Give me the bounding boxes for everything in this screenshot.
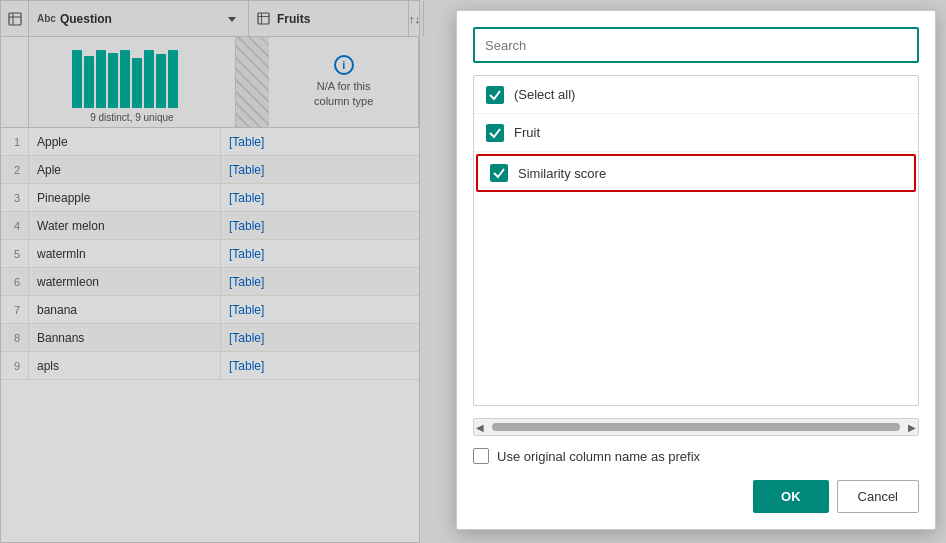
checkmark-icon-fruit (489, 127, 501, 139)
checkbox-fruit[interactable] (486, 124, 504, 142)
checkbox-item-select-all[interactable]: (Select all) (474, 76, 918, 114)
search-input[interactable] (473, 27, 919, 63)
dialog-buttons: OK Cancel (473, 480, 919, 513)
checkbox-item-fruit[interactable]: Fruit (474, 114, 918, 152)
checkmark-icon (489, 89, 501, 101)
similarity-label: Similarity score (518, 166, 606, 181)
checkmark-icon-similarity (493, 167, 505, 179)
cancel-button[interactable]: Cancel (837, 480, 919, 513)
use-prefix-checkbox[interactable] (473, 448, 489, 464)
checkbox-similarity[interactable] (490, 164, 508, 182)
use-prefix-row: Use original column name as prefix (473, 448, 919, 464)
checkbox-list: (Select all) Fruit Similarity score (473, 75, 919, 406)
dialog: (Select all) Fruit Similarity score (456, 10, 936, 530)
scroll-thumb[interactable] (492, 423, 900, 431)
dialog-overlay: (Select all) Fruit Similarity score (0, 0, 946, 543)
checkbox-item-similarity[interactable]: Similarity score (476, 154, 916, 192)
search-wrapper (473, 27, 919, 63)
fruit-label: Fruit (514, 125, 540, 140)
ok-button[interactable]: OK (753, 480, 829, 513)
use-prefix-label: Use original column name as prefix (497, 449, 700, 464)
scroll-left-arrow[interactable]: ◀ (476, 422, 484, 433)
horizontal-scrollbar[interactable]: ◀ ▶ (473, 418, 919, 436)
checkbox-select-all[interactable] (486, 86, 504, 104)
scroll-right-arrow[interactable]: ▶ (908, 422, 916, 433)
main-container: Abc Question Fruits ↑↓ (0, 0, 946, 543)
select-all-label: (Select all) (514, 87, 575, 102)
